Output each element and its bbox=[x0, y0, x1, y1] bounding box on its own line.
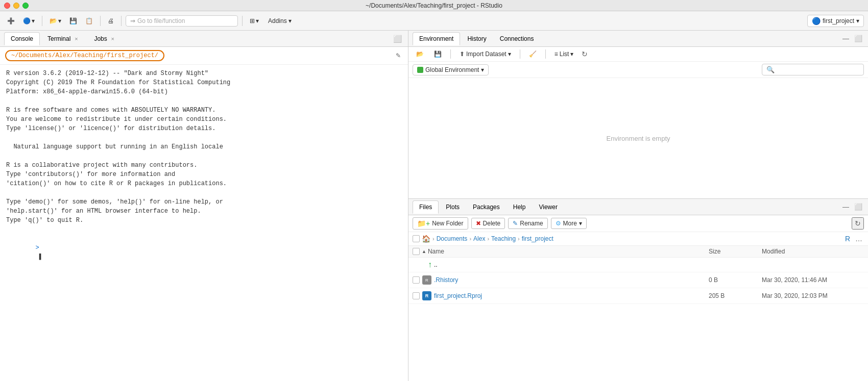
modified-column-header[interactable]: Modified bbox=[762, 248, 864, 255]
files-refresh-button[interactable]: ↻ bbox=[852, 217, 864, 230]
jobs-close-icon[interactable]: × bbox=[109, 35, 116, 42]
tab-terminal[interactable]: Terminal × bbox=[41, 32, 86, 45]
env-search-box[interactable]: 🔍 bbox=[762, 64, 864, 75]
maximize-button[interactable] bbox=[22, 3, 29, 9]
tab-history[interactable]: History bbox=[461, 33, 492, 45]
breadcrumb-alex[interactable]: Alex bbox=[473, 235, 485, 242]
modified-header-label: Modified bbox=[762, 248, 785, 255]
breadcrumb-more-button[interactable]: … bbox=[854, 234, 864, 243]
files-tab-bar: Files Plots Packages Help Viewer — ⬜ bbox=[408, 199, 868, 215]
tab-files[interactable]: Files bbox=[413, 200, 439, 214]
env-maximize-button[interactable]: ⬜ bbox=[853, 34, 864, 43]
tab-help[interactable]: Help bbox=[507, 201, 532, 213]
close-button[interactable] bbox=[4, 3, 10, 9]
files-maximize-button[interactable]: ⬜ bbox=[853, 202, 864, 212]
right-panel: Environment History Connections — ⬜ 📂 bbox=[408, 31, 868, 381]
list-chevron: ▾ bbox=[570, 50, 573, 58]
name-column-header[interactable]: ▲ Name bbox=[422, 248, 707, 255]
tab-plots[interactable]: Plots bbox=[440, 201, 466, 213]
list-view-button[interactable]: ≡ List ▾ bbox=[551, 49, 577, 59]
files-minimize-button[interactable]: — bbox=[841, 202, 851, 212]
console-line-9: Natural language support but running in … bbox=[6, 142, 402, 151]
save-all-button[interactable]: 📋 bbox=[82, 16, 96, 26]
print-button[interactable]: 🖨 bbox=[105, 16, 117, 26]
import-icon: ⬆ bbox=[460, 50, 465, 58]
console-line-15: Type 'demo()' for some demos, 'help()' f… bbox=[6, 197, 402, 207]
grid-button[interactable]: ⊞ ▾ bbox=[247, 16, 262, 26]
toolbar-separator-3 bbox=[121, 16, 122, 26]
tab-packages[interactable]: Packages bbox=[467, 201, 506, 213]
tab-jobs[interactable]: Jobs × bbox=[87, 32, 123, 45]
save-all-icon: 📋 bbox=[85, 17, 93, 24]
project-icon: 🔵 bbox=[23, 17, 31, 24]
console-prompt-symbol: > bbox=[36, 244, 39, 251]
save-workspace-icon: 💾 bbox=[434, 50, 442, 58]
breadcrumb-sep-2: › bbox=[487, 236, 489, 242]
open-file-button[interactable]: 📂 ▾ bbox=[46, 16, 64, 26]
console-path-controls: ✎ bbox=[394, 51, 403, 60]
more-chevron: ▾ bbox=[579, 220, 582, 227]
files-table-header: ▲ Name Size Modified bbox=[408, 246, 868, 258]
tab-viewer[interactable]: Viewer bbox=[533, 201, 563, 213]
global-env-selector[interactable]: Global Environment ▾ bbox=[413, 64, 489, 75]
rhistory-filename[interactable]: .Rhistory bbox=[434, 276, 707, 284]
rproj-filename[interactable]: first_project.Rproj bbox=[434, 292, 707, 299]
clear-env-button[interactable]: 🧹 bbox=[525, 49, 540, 59]
tab-console[interactable]: Console bbox=[4, 32, 40, 45]
save-button[interactable]: 💾 bbox=[66, 16, 80, 26]
rproj-size: 205 B bbox=[709, 292, 760, 299]
tab-bar-controls: ⬜ bbox=[391, 34, 404, 44]
breadcrumb-documents[interactable]: Documents bbox=[437, 235, 468, 242]
new-file-button[interactable]: ➕ bbox=[4, 16, 18, 26]
env-tab-bar: Environment History Connections — ⬜ bbox=[408, 31, 868, 47]
working-directory-path[interactable]: ~/Documents/Alex/Teaching/first_project/ bbox=[5, 50, 164, 61]
console-line-8 bbox=[6, 133, 402, 142]
console-tab-bar: Console Terminal × Jobs × ⬜ bbox=[0, 31, 408, 47]
goto-file-input[interactable]: ⇒ Go to file/function bbox=[126, 15, 238, 27]
rhistory-modified: Mar 30, 2020, 11:46 AM bbox=[762, 276, 864, 284]
terminal-close-icon[interactable]: × bbox=[73, 35, 80, 42]
grid-dropdown: ▾ bbox=[256, 17, 259, 24]
select-all-checkbox[interactable] bbox=[413, 248, 420, 255]
console-prompt-line[interactable]: > ▌ bbox=[6, 234, 402, 271]
collapse-left-button[interactable]: ⬜ bbox=[391, 34, 404, 44]
more-button[interactable]: ⚙ More ▾ bbox=[551, 218, 587, 229]
clear-console-button[interactable]: ✎ bbox=[394, 51, 403, 60]
delete-button[interactable]: ✖ Delete bbox=[471, 218, 505, 229]
global-env-label: Global Environment bbox=[425, 66, 479, 73]
console-line-7: Type 'license()' or 'licence()' for dist… bbox=[6, 124, 402, 133]
new-project-button[interactable]: 🔵 ▾ bbox=[20, 16, 38, 26]
list-label: List bbox=[560, 50, 569, 58]
connections-tab-label: Connections bbox=[500, 35, 534, 42]
load-workspace-icon: 📂 bbox=[416, 50, 424, 58]
breadcrumb-checkbox[interactable] bbox=[413, 235, 420, 242]
project-name-label: first_project bbox=[823, 17, 854, 24]
rename-button[interactable]: ✎ Rename bbox=[508, 218, 547, 229]
env-refresh-button[interactable]: ↻ bbox=[580, 49, 589, 59]
home-icon: 🏠 bbox=[422, 235, 430, 243]
env-search-input[interactable] bbox=[777, 66, 859, 73]
save-icon: 💾 bbox=[69, 17, 77, 24]
env-load-button[interactable]: 📂 bbox=[413, 49, 427, 59]
env-minimize-button[interactable]: — bbox=[841, 34, 851, 43]
import-chevron: ▾ bbox=[508, 50, 511, 58]
rhistory-checkbox[interactable] bbox=[413, 276, 420, 284]
rproj-checkbox[interactable] bbox=[413, 292, 420, 299]
breadcrumb-teaching[interactable]: Teaching bbox=[491, 235, 516, 242]
tab-connections[interactable]: Connections bbox=[494, 33, 540, 45]
addins-label: Addins bbox=[268, 17, 287, 24]
new-folder-button[interactable]: 📁+ New Folder bbox=[413, 217, 468, 230]
project-selector[interactable]: 🔵 first_project ▾ bbox=[807, 15, 864, 27]
breadcrumb-r-icon-button[interactable]: R bbox=[843, 234, 852, 243]
import-dataset-button[interactable]: ⬆ Import Dataset ▾ bbox=[456, 49, 515, 59]
addins-button[interactable]: Addins ▾ bbox=[264, 16, 296, 26]
rproj-file-icon: R bbox=[422, 291, 432, 301]
packages-tab-label: Packages bbox=[473, 204, 500, 211]
tab-environment[interactable]: Environment bbox=[413, 32, 460, 45]
env-save-button[interactable]: 💾 bbox=[430, 49, 445, 59]
file-row-parent[interactable]: ↑ .. bbox=[408, 258, 868, 272]
console-output: R version 3.6.2 (2019-12-12) -- "Dark an… bbox=[0, 65, 408, 381]
minimize-button[interactable] bbox=[13, 3, 19, 9]
breadcrumb-first-project[interactable]: first_project bbox=[522, 235, 553, 242]
size-column-header[interactable]: Size bbox=[709, 248, 760, 255]
